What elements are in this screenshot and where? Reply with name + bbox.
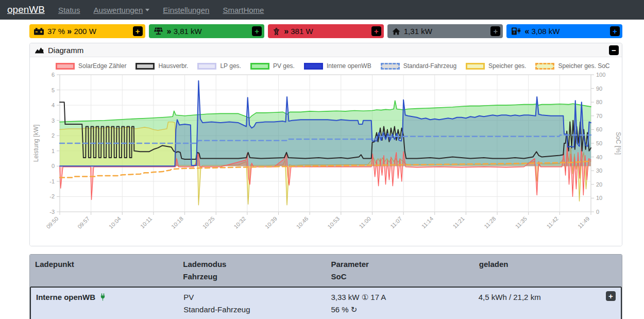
svg-text:10:04: 10:04	[108, 215, 122, 230]
area-chart-icon	[35, 46, 44, 54]
nav-items: StatusAuswertungenEinstellungenSmartHome	[58, 6, 264, 14]
nav-item-auswertungen[interactable]: Auswertungen	[93, 6, 149, 14]
chargepoint-table: Ladepunkt LademodusFahrzeugParameterSoCg…	[29, 254, 622, 319]
badge-text: » 3,81 kW	[167, 27, 202, 36]
svg-text:2: 2	[52, 132, 55, 139]
table-header-ladepunkt: Ladepunkt	[30, 258, 178, 283]
status-badge-house[interactable]: 1,31 kW+	[387, 24, 503, 38]
svg-text:-3: -3	[49, 209, 55, 215]
svg-text:SoC [%]: SoC [%]	[615, 132, 622, 155]
badge-text: 1,31 kW	[404, 27, 432, 36]
collapse-diagram-button[interactable]: −	[609, 45, 619, 55]
legend-swatch	[56, 63, 75, 70]
badge-text: « 3,08 kW	[524, 27, 560, 36]
lademodus-value: PV	[183, 291, 320, 304]
status-badge-battery[interactable]: 37 % » 200 W+	[29, 24, 145, 38]
table-header-geladen: geladen	[474, 258, 597, 283]
legend-swatch	[197, 63, 216, 70]
top-navbar: openWB StatusAuswertungenEinstellungenSm…	[0, 0, 644, 20]
legend-label: SolarEdge Zähler	[78, 62, 126, 70]
svg-text:Leistung [kW]: Leistung [kW]	[32, 125, 40, 162]
geladen-cell: 4,5 kWh / 21,2 km	[473, 290, 596, 317]
status-badge-pv[interactable]: » 3,81 kW+	[149, 24, 265, 38]
svg-text:4: 4	[52, 102, 55, 108]
legend-label: PV ges.	[273, 62, 295, 70]
svg-text:11:21: 11:21	[451, 215, 465, 229]
chargepoint-actions-cell: +	[596, 290, 621, 317]
chargepoint-name: Interne openWB	[36, 293, 95, 301]
legend-item-interne-openwb[interactable]: Interne openWB	[304, 62, 371, 70]
legend-label: Standard-Fahrzeug	[403, 62, 456, 70]
svg-text:40: 40	[596, 154, 602, 160]
svg-text:90: 90	[596, 86, 602, 92]
legend-item-hausverbr-[interactable]: Hausverbr.	[135, 62, 188, 70]
svg-text:10:46: 10:46	[295, 215, 310, 230]
legend-item-speicher-ges-soc[interactable]: Speicher ges. SoC	[535, 62, 609, 70]
diagram-title: Diagramm	[48, 46, 83, 55]
svg-text:6: 6	[52, 72, 55, 78]
parameter-value: 3,33 kW ① 17 A	[331, 291, 468, 304]
brand-link[interactable]: openWB	[7, 4, 45, 15]
power-soc-chart: 09:5009:5710:0410:1110:1810:2510:3210:39…	[30, 71, 622, 242]
legend-swatch	[466, 63, 485, 70]
svg-text:-1: -1	[49, 178, 55, 184]
legend-swatch	[250, 63, 269, 70]
legend-swatch	[381, 63, 400, 70]
legend-item-pv-ges-[interactable]: PV ges.	[250, 62, 295, 70]
svg-text:10: 10	[596, 195, 602, 201]
table-header-lademodus: LademodusFahrzeug	[178, 258, 326, 283]
nav-item-einstellungen[interactable]: Einstellungen	[163, 6, 209, 14]
svg-text:11:49: 11:49	[577, 215, 590, 229]
badge-expand-button-chargepoint[interactable]: +	[610, 26, 620, 36]
legend-swatch	[304, 63, 323, 70]
status-badges-row: 37 % » 200 W+» 3,81 kW+» 381 W+1,31 kW+«…	[29, 24, 622, 38]
badge-expand-button-pv[interactable]: +	[252, 26, 262, 36]
legend-label: Speicher ges. SoC	[558, 62, 609, 70]
svg-text:60: 60	[596, 126, 602, 132]
legend-label: LP ges.	[220, 62, 241, 70]
svg-text:10:18: 10:18	[170, 215, 184, 230]
svg-text:11:28: 11:28	[483, 215, 497, 229]
svg-text:0: 0	[52, 163, 55, 169]
svg-text:09:57: 09:57	[76, 215, 91, 230]
chargepoint-row: Interne openWB PV Standard-Fahrzeug 3,33…	[30, 287, 622, 319]
diagram-card: Diagramm − SolarEdge ZählerHausverbr.LP …	[29, 43, 622, 246]
svg-text:1: 1	[52, 148, 55, 154]
badge-expand-button-house[interactable]: +	[490, 26, 500, 36]
soc-value: 56 % ↻	[331, 304, 468, 316]
legend-swatch	[535, 63, 554, 70]
status-badge-chargepoint[interactable]: « 3,08 kW+	[506, 24, 622, 38]
nav-item-smarthome[interactable]: SmartHome	[223, 6, 264, 14]
badge-text: 37 % » 200 W	[47, 27, 96, 36]
svg-text:11:42: 11:42	[545, 215, 559, 229]
parameter-cell: 3,33 kW ① 17 A 56 % ↻	[326, 290, 473, 317]
legend-swatch	[135, 63, 155, 70]
svg-text:11:07: 11:07	[389, 215, 403, 229]
chart-legend: SolarEdge ZählerHausverbr.LP ges.PV ges.…	[30, 58, 622, 71]
svg-text:10:32: 10:32	[232, 215, 247, 230]
svg-text:3: 3	[52, 117, 55, 124]
legend-item-solaredge-z-hler[interactable]: SolarEdge Zähler	[56, 62, 126, 70]
geladen-value: 4,5 kWh / 21,2 km	[479, 291, 591, 304]
status-badge-grid[interactable]: » 381 W+	[268, 24, 384, 38]
lademodus-cell: PV Standard-Fahrzeug	[178, 290, 326, 317]
badge-text: » 381 W	[284, 27, 313, 36]
svg-text:80: 80	[596, 99, 602, 105]
nav-item-status[interactable]: Status	[58, 6, 80, 14]
legend-item-lp-ges-[interactable]: LP ges.	[197, 62, 241, 70]
badge-expand-button-grid[interactable]: +	[371, 26, 381, 36]
legend-item-speicher-ges-[interactable]: Speicher ges.	[466, 62, 526, 70]
legend-item-standard-fahrzeug[interactable]: Standard-Fahrzeug	[381, 62, 456, 70]
svg-text:11:00: 11:00	[358, 215, 372, 229]
svg-text:11:14: 11:14	[420, 215, 434, 229]
house-icon	[392, 28, 400, 35]
diagram-card-header: Diagramm −	[30, 43, 622, 57]
solar-panel-icon	[154, 27, 163, 35]
chargepoint-name-cell: Interne openWB	[31, 290, 178, 317]
charging-station-icon	[511, 27, 521, 35]
caret-down-icon	[145, 9, 149, 11]
svg-text:10:39: 10:39	[264, 215, 278, 230]
svg-text:100: 100	[596, 72, 605, 78]
badge-expand-button-battery[interactable]: +	[133, 26, 143, 36]
chargepoint-expand-button[interactable]: +	[606, 291, 616, 301]
